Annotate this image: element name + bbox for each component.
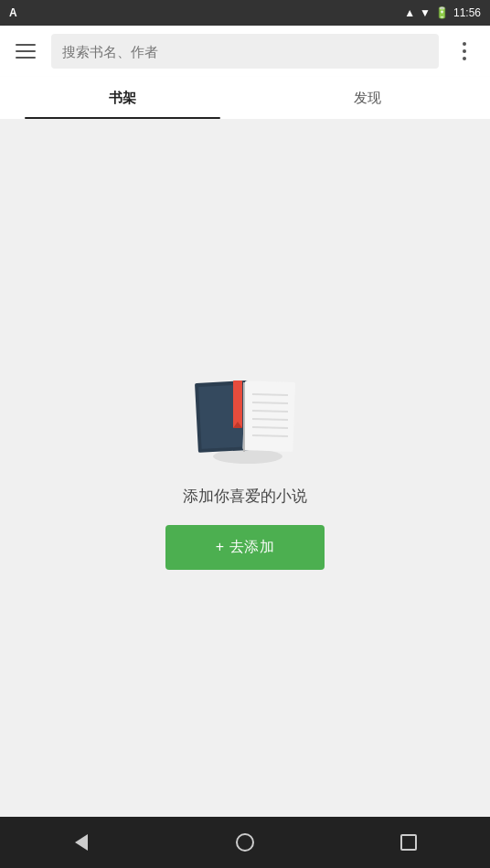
svg-rect-17 <box>233 380 242 428</box>
svg-line-24 <box>252 427 288 428</box>
svg-line-20 <box>252 394 288 395</box>
hamburger-line-2 <box>16 50 36 52</box>
tab-bookshelf[interactable]: 书架 <box>0 77 245 119</box>
search-input[interactable] <box>51 34 439 69</box>
empty-state-text: 添加你喜爱的小说 <box>183 486 307 507</box>
nav-back-button[interactable] <box>59 820 104 865</box>
wifi-icon: ▲ <box>404 6 415 19</box>
recent-icon <box>400 834 417 851</box>
main-content: 添加你喜爱的小说 + 去添加 <box>0 119 490 817</box>
time-display: 11:56 <box>453 6 481 19</box>
menu-button[interactable] <box>7 33 44 70</box>
svg-line-21 <box>252 402 288 403</box>
tabs: 书架 发现 <box>0 77 490 119</box>
home-icon <box>236 833 254 852</box>
status-app-icon: A <box>9 6 17 19</box>
book-svg <box>186 367 304 467</box>
svg-line-23 <box>252 419 288 420</box>
status-bar: A ▲ ▼ 🔋 11:56 <box>0 0 490 26</box>
hamburger-line-3 <box>16 57 36 59</box>
tab-discover-label: 发现 <box>354 90 381 107</box>
tab-discover[interactable]: 发现 <box>245 77 490 119</box>
hamburger-line-1 <box>16 44 36 46</box>
empty-state: 添加你喜爱的小说 + 去添加 <box>165 367 325 570</box>
nav-recent-button[interactable] <box>386 820 431 865</box>
svg-line-25 <box>252 435 288 436</box>
nav-home-button[interactable] <box>222 820 268 865</box>
dot-1 <box>463 42 466 46</box>
nav-bar <box>0 817 490 868</box>
book-illustration <box>186 367 304 467</box>
svg-line-22 <box>252 411 288 412</box>
dot-3 <box>463 57 466 60</box>
status-left: A <box>9 6 17 19</box>
app-bar <box>0 26 490 77</box>
signal-icon: ▼ <box>420 6 431 19</box>
battery-icon: 🔋 <box>435 6 449 19</box>
add-book-button[interactable]: + 去添加 <box>165 525 325 570</box>
svg-rect-19 <box>242 380 295 452</box>
dot-2 <box>463 49 466 53</box>
status-right: ▲ ▼ 🔋 11:56 <box>404 6 481 19</box>
more-button[interactable] <box>446 33 483 70</box>
tab-bookshelf-label: 书架 <box>109 90 136 107</box>
back-icon <box>75 834 88 851</box>
